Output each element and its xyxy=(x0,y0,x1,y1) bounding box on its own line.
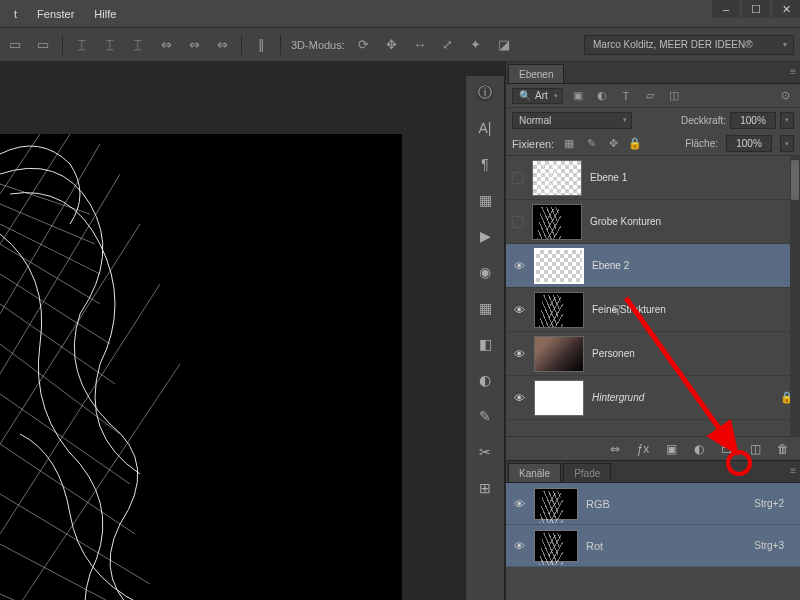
layer-name[interactable]: Personen xyxy=(592,348,635,359)
canvas[interactable] xyxy=(0,134,402,600)
visibility-toggle[interactable] xyxy=(512,172,524,184)
user-label: Marco Kolditz, MEER DER IDEEN® xyxy=(593,39,753,50)
fill-dropdown-arrow[interactable]: ▾ xyxy=(780,135,794,152)
visibility-toggle[interactable]: 👁 xyxy=(512,303,526,317)
distribute-icon-3[interactable]: ⇔ xyxy=(213,36,231,54)
opacity-dropdown-arrow[interactable]: ▾ xyxy=(780,112,794,129)
mode3d-orbit-icon[interactable]: ⟳ xyxy=(355,36,373,54)
lock-transparency-icon[interactable]: ▦ xyxy=(562,137,576,151)
character-panel-icon[interactable]: A| xyxy=(475,118,495,138)
workspace-user-dropdown[interactable]: Marco Kolditz, MEER DER IDEEN® xyxy=(584,35,794,55)
align-icon-2[interactable]: ▭ xyxy=(34,36,52,54)
layer-thumbnail[interactable] xyxy=(532,160,582,196)
align-icon[interactable]: ▭ xyxy=(6,36,24,54)
layer-name[interactable]: Ebene 1 xyxy=(590,172,627,183)
layer-effects-icon[interactable]: ƒx xyxy=(636,442,650,456)
layer-row[interactable]: 👁 Ebene 2 xyxy=(506,244,800,288)
layer-row[interactable]: 👁 Personen xyxy=(506,332,800,376)
delete-layer-icon[interactable]: 🗑 xyxy=(776,442,790,456)
filter-image-icon[interactable]: ▣ xyxy=(569,87,587,105)
layer-row[interactable]: Grobe Konturen xyxy=(506,200,800,244)
fill-input[interactable]: 100% xyxy=(726,135,772,152)
lock-paint-icon[interactable]: ✎ xyxy=(584,137,598,151)
channel-row[interactable]: 👁 RGB Strg+2 xyxy=(506,483,800,525)
align-mid-icon[interactable]: ⌶ xyxy=(101,36,119,54)
channel-row[interactable]: 👁 Rot Strg+3 xyxy=(506,525,800,567)
info-icon[interactable]: ⓘ xyxy=(476,84,494,102)
color-panel-icon[interactable]: ◉ xyxy=(475,262,495,282)
mode3d-label: 3D-Modus: xyxy=(291,39,345,51)
swatches-panel-icon[interactable]: ▦ xyxy=(475,298,495,318)
adjustments-panel-icon[interactable]: ◐ xyxy=(475,370,495,390)
layer-name[interactable]: Feine Strukturen xyxy=(592,304,666,315)
opacity-label: Deckkraft: xyxy=(681,115,726,126)
styles-panel-icon[interactable]: ◧ xyxy=(475,334,495,354)
layer-row[interactable]: 👁 Feine Strukturen ☟ xyxy=(506,288,800,332)
mode3d-cam-icon[interactable]: ◪ xyxy=(495,36,513,54)
mode3d-slide-icon[interactable]: ↔ xyxy=(411,36,429,54)
adjustment-layer-icon[interactable]: ◐ xyxy=(692,442,706,456)
layer-thumbnail[interactable] xyxy=(534,336,584,372)
mode3d-light-icon[interactable]: ✦ xyxy=(467,36,485,54)
visibility-toggle[interactable]: 👁 xyxy=(512,347,526,361)
maximize-button[interactable]: ☐ xyxy=(742,0,770,18)
distribute-icon-1[interactable]: ⇔ xyxy=(157,36,175,54)
blend-mode-select[interactable]: Normal xyxy=(512,112,632,129)
channel-visibility[interactable]: 👁 xyxy=(512,497,526,511)
panel-menu-icon[interactable]: ≡ xyxy=(790,465,796,476)
visibility-toggle[interactable] xyxy=(512,216,524,228)
layer-row[interactable]: Ebene 1 xyxy=(506,156,800,200)
align-bot-icon[interactable]: ⌶ xyxy=(129,36,147,54)
channel-visibility[interactable]: 👁 xyxy=(512,539,526,553)
close-button[interactable]: ✕ xyxy=(772,0,800,18)
layer-name[interactable]: Grobe Konturen xyxy=(590,216,661,227)
filter-type-icon[interactable]: T xyxy=(617,87,635,105)
toolpreset-panel-icon[interactable]: ✂ xyxy=(475,442,495,462)
channel-thumbnail xyxy=(534,530,578,562)
lock-position-icon[interactable]: ✥ xyxy=(606,137,620,151)
layer-thumbnail[interactable] xyxy=(534,380,584,416)
distribute-spacing-icon[interactable]: ‖ xyxy=(252,36,270,54)
clone-panel-icon[interactable]: ⊞ xyxy=(475,478,495,498)
layer-thumbnail[interactable] xyxy=(534,248,584,284)
layer-mask-icon[interactable]: ▣ xyxy=(664,442,678,456)
minimize-button[interactable]: – xyxy=(712,0,740,18)
menu-fenster[interactable]: Fenster xyxy=(27,2,84,26)
filter-smart-icon[interactable]: ◫ xyxy=(665,87,683,105)
menu-item-t[interactable]: t xyxy=(4,2,27,26)
channel-shortcut: Strg+2 xyxy=(754,498,794,509)
actions-panel-icon[interactable]: ▦ xyxy=(475,190,495,210)
actions-play-icon[interactable]: ▶ xyxy=(475,226,495,246)
separator xyxy=(241,35,242,55)
mode3d-pan-icon[interactable]: ✥ xyxy=(383,36,401,54)
layer-thumbnail[interactable] xyxy=(534,292,584,328)
layer-row[interactable]: 👁 Hintergrund 🔒 xyxy=(506,376,800,420)
menu-hilfe[interactable]: Hilfe xyxy=(84,2,126,26)
panel-menu-icon[interactable]: ≡ xyxy=(790,66,796,77)
filter-shape-icon[interactable]: ▱ xyxy=(641,87,659,105)
layer-scrollbar[interactable] xyxy=(790,156,800,436)
layer-name[interactable]: Ebene 2 xyxy=(592,260,629,271)
visibility-toggle[interactable]: 👁 xyxy=(512,259,526,273)
tab-pfade[interactable]: Pfade xyxy=(563,463,611,482)
filter-toggle-icon[interactable]: ⊙ xyxy=(776,87,794,105)
paragraph-panel-icon[interactable]: ¶ xyxy=(475,154,495,174)
collapsed-panel-rail: ⓘ A| ¶ ▦ ▶ ◉ ▦ ◧ ◐ ✎ ✂ ⊞ xyxy=(465,76,505,600)
opacity-input[interactable]: 100% xyxy=(730,112,776,129)
visibility-toggle[interactable]: 👁 xyxy=(512,391,526,405)
mode3d-scale-icon[interactable]: ⤢ xyxy=(439,36,457,54)
align-top-icon[interactable]: ⌶ xyxy=(73,36,91,54)
filter-adjust-icon[interactable]: ◐ xyxy=(593,87,611,105)
link-layers-icon[interactable]: ⇔ xyxy=(608,442,622,456)
lock-all-icon[interactable]: 🔒 xyxy=(628,137,642,151)
layer-thumbnail[interactable] xyxy=(532,204,582,240)
tab-kanaele[interactable]: Kanäle xyxy=(508,463,561,482)
lock-label: Fixieren: xyxy=(512,138,554,150)
layer-filter-type-select[interactable]: 🔍 Art xyxy=(512,88,563,104)
layer-name[interactable]: Hintergrund xyxy=(592,392,644,403)
new-layer-icon[interactable]: ◫ xyxy=(748,442,762,456)
annotation-circle xyxy=(726,450,752,476)
tab-ebenen[interactable]: Ebenen xyxy=(508,64,564,83)
brush-panel-icon[interactable]: ✎ xyxy=(475,406,495,426)
distribute-icon-2[interactable]: ⇔ xyxy=(185,36,203,54)
